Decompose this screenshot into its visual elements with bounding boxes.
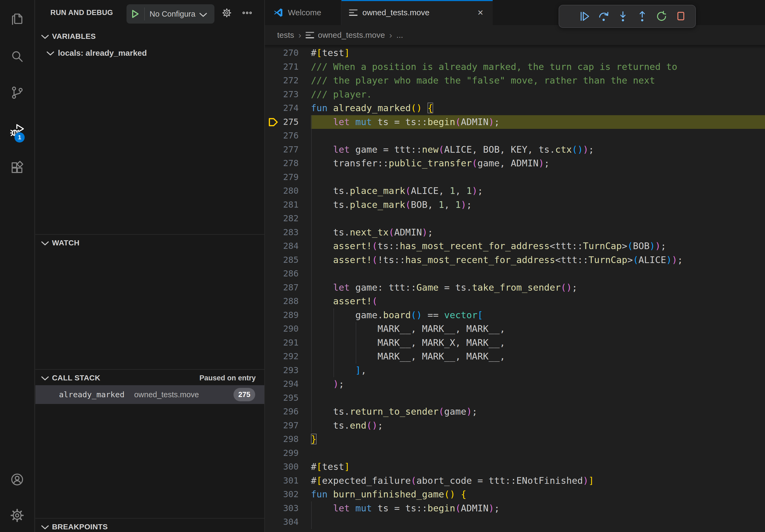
line-number-gutter[interactable]: 293 xyxy=(265,364,311,378)
code-line[interactable]: 279 xyxy=(265,170,765,184)
line-number-gutter[interactable]: 289 xyxy=(265,308,311,322)
code-line[interactable]: 293 ], xyxy=(265,364,765,378)
line-number-gutter[interactable]: 286 xyxy=(265,267,311,281)
line-number-gutter[interactable]: 275 xyxy=(265,115,311,129)
line-number-gutter[interactable]: 278 xyxy=(265,156,311,170)
code-line[interactable]: 292 MARK__, MARK__, MARK__, xyxy=(265,350,765,364)
locals-scope-row[interactable]: locals: already_marked xyxy=(35,45,264,61)
line-number-gutter[interactable]: 282 xyxy=(265,212,311,226)
code-line[interactable]: 282 xyxy=(265,212,765,226)
code-line[interactable]: 274fun already_marked() { xyxy=(265,101,765,115)
line-number-gutter[interactable]: 281 xyxy=(265,198,311,212)
settings-gear-icon[interactable] xyxy=(10,508,25,523)
code-line[interactable]: 301#[expected_failure(abort_code = ttt::… xyxy=(265,474,765,488)
code-line[interactable]: 281 ts.place_mark(BOB, 1, 1); xyxy=(265,198,765,212)
code-line[interactable]: 276 xyxy=(265,129,765,143)
code-line[interactable]: 297 ts.end(); xyxy=(265,419,765,432)
launch-configuration-dropdown[interactable]: No Configura xyxy=(127,4,215,24)
line-number-gutter[interactable]: 273 xyxy=(265,88,311,102)
code-line[interactable]: 280 ts.place_mark(ALICE, 1, 1); xyxy=(265,184,765,198)
code-line[interactable]: 303 let mut ts = ts::begin(ADMIN); xyxy=(265,501,765,515)
line-number-gutter[interactable]: 277 xyxy=(265,143,311,157)
line-number-gutter[interactable]: 294 xyxy=(265,377,311,391)
files-icon[interactable] xyxy=(10,11,25,26)
line-number-gutter[interactable]: 274 xyxy=(265,101,311,115)
code-line[interactable]: 287 let game: ttt::Game = ts.take_from_s… xyxy=(265,281,765,295)
line-number-gutter[interactable]: 299 xyxy=(265,446,311,460)
line-number-gutter[interactable]: 271 xyxy=(265,60,311,74)
code-line[interactable]: 275 let mut ts = ts::begin(ADMIN); xyxy=(265,115,765,129)
extensions-icon[interactable] xyxy=(10,160,25,175)
line-number-gutter[interactable]: 270 xyxy=(265,46,311,60)
tab-welcome[interactable]: Welcome xyxy=(266,0,342,25)
line-number-gutter[interactable]: 279 xyxy=(265,170,311,184)
line-number-gutter[interactable]: 283 xyxy=(265,226,311,239)
stop-icon[interactable] xyxy=(673,7,689,25)
code-line[interactable]: 277 let game = ttt::new(ALICE, BOB, KEY,… xyxy=(265,143,765,157)
variables-section-header[interactable]: VARIABLES xyxy=(35,28,264,45)
close-icon[interactable]: ✕ xyxy=(476,7,485,18)
line-number-gutter[interactable]: 296 xyxy=(265,405,311,419)
code-line[interactable]: 289 game.board() == vector[ xyxy=(265,308,765,322)
line-number-gutter[interactable]: 276 xyxy=(265,129,311,143)
code-line[interactable]: 288 assert!( xyxy=(265,294,765,308)
breadcrumb-file[interactable]: owned_tests.move xyxy=(318,31,385,40)
code-line[interactable]: 295 xyxy=(265,391,765,405)
line-number-gutter[interactable]: 304 xyxy=(265,515,311,529)
line-number-gutter[interactable]: 280 xyxy=(265,184,311,198)
code-line[interactable]: 273/// player. xyxy=(265,88,765,102)
breakpoints-section-header[interactable]: BREAKPOINTS xyxy=(35,518,264,532)
start-debugging-button[interactable] xyxy=(127,8,145,20)
line-number-gutter[interactable]: 288 xyxy=(265,294,311,308)
breadcrumb-symbol[interactable]: ... xyxy=(396,31,403,40)
line-number-gutter[interactable]: 302 xyxy=(265,487,311,501)
line-number-gutter[interactable]: 291 xyxy=(265,336,311,350)
more-actions-icon[interactable] xyxy=(241,7,253,19)
gear-icon[interactable] xyxy=(221,7,233,19)
line-number-gutter[interactable]: 272 xyxy=(265,74,311,88)
code-line[interactable]: 302fun burn_unfinished_game() { xyxy=(265,487,765,501)
code-line[interactable]: 299 xyxy=(265,446,765,460)
code-line[interactable]: 294 ); xyxy=(265,377,765,391)
source-control-icon[interactable] xyxy=(10,85,25,100)
line-number-gutter[interactable]: 290 xyxy=(265,322,311,336)
code-line[interactable]: 291 MARK__, MARK_X, MARK__, xyxy=(265,336,765,350)
code-line[interactable]: 296 ts.return_to_sender(game); xyxy=(265,405,765,419)
tab-owned-tests-move[interactable]: owned_tests.move ✕ xyxy=(342,0,493,25)
code-line[interactable]: 271/// When a position is already marked… xyxy=(265,60,765,74)
line-number-gutter[interactable]: 301 xyxy=(265,474,311,488)
code-line[interactable]: 286 xyxy=(265,267,765,281)
step-into-icon[interactable] xyxy=(615,7,631,25)
code-editor[interactable]: 270#[test]271/// When a position is alre… xyxy=(265,45,765,532)
account-icon[interactable] xyxy=(10,472,25,487)
line-number-gutter[interactable]: 292 xyxy=(265,350,311,364)
search-icon[interactable] xyxy=(10,49,25,64)
continue-icon[interactable] xyxy=(576,7,592,25)
code-line[interactable]: 278 transfer::public_transfer(game, ADMI… xyxy=(265,156,765,170)
restart-icon[interactable] xyxy=(653,7,670,25)
line-number-gutter[interactable]: 285 xyxy=(265,253,311,267)
line-number-gutter[interactable]: 284 xyxy=(265,239,311,253)
step-over-icon[interactable] xyxy=(596,7,612,25)
line-number-gutter[interactable]: 297 xyxy=(265,419,311,432)
line-number-gutter[interactable]: 300 xyxy=(265,460,311,474)
code-line[interactable]: 283 ts.next_tx(ADMIN); xyxy=(265,226,765,239)
line-number-gutter[interactable]: 303 xyxy=(265,501,311,515)
code-line[interactable]: 272/// the player who made the "false" m… xyxy=(265,74,765,88)
code-line[interactable]: 298} xyxy=(265,432,765,446)
watch-section-header[interactable]: WATCH xyxy=(35,234,264,251)
code-line[interactable]: 290 MARK__, MARK__, MARK__, xyxy=(265,322,765,336)
code-line[interactable]: 270#[test] xyxy=(265,46,765,60)
code-line[interactable]: 300#[test] xyxy=(265,460,765,474)
line-number-gutter[interactable]: 287 xyxy=(265,281,311,295)
code-line[interactable]: 284 assert!(ts::has_most_recent_for_addr… xyxy=(265,239,765,253)
line-number-gutter[interactable]: 295 xyxy=(265,391,311,405)
line-number-gutter[interactable]: 298 xyxy=(265,432,311,446)
stack-frame-row[interactable]: already_marked owned_tests.move 275 xyxy=(35,385,264,404)
code-line[interactable]: 285 assert!(!ts::has_most_recent_for_add… xyxy=(265,253,765,267)
step-out-icon[interactable] xyxy=(634,7,650,25)
breadcrumb-folder[interactable]: tests xyxy=(277,31,294,40)
call-stack-section-header[interactable]: CALL STACK Paused on entry xyxy=(35,369,264,386)
code-line[interactable]: 304 xyxy=(265,515,765,529)
gripper-icon[interactable] xyxy=(564,7,573,25)
